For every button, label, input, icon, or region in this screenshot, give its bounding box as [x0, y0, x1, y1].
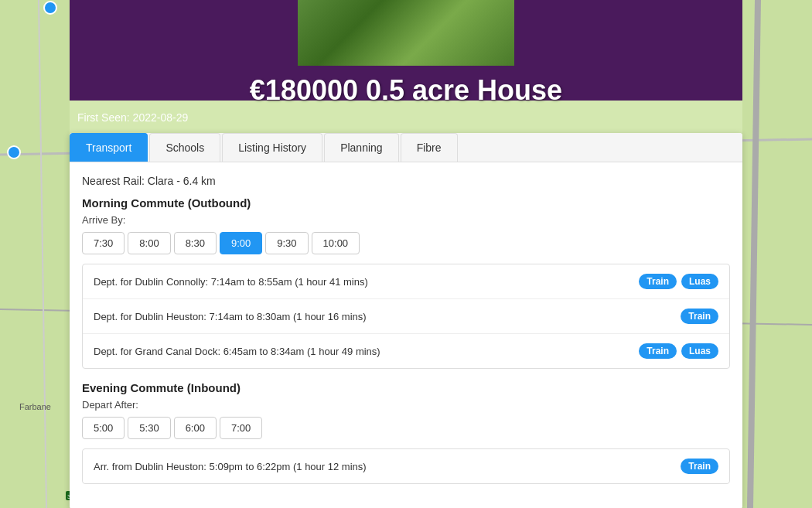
svg-point-8 — [8, 146, 20, 159]
overlay-panel: €180000 0.5 acre House First Seen: 2022-… — [70, 0, 742, 508]
evening-routes: Arr. from Dublin Heuston: 5:09pm to 6:22… — [82, 448, 730, 484]
time-btn-830[interactable]: 8:30 — [174, 232, 217, 254]
badge-luas: Luas — [681, 274, 718, 289]
tab-planning[interactable]: Planning — [324, 133, 399, 162]
route-text: Dept. for Dublin Connolly: 7:14am to 8:5… — [94, 276, 639, 288]
svg-text:Farbane: Farbane — [19, 402, 51, 411]
svg-rect-1 — [0, 0, 70, 508]
tab-listing-history[interactable]: Listing History — [222, 133, 322, 162]
evening-time-btn-530[interactable]: 5:30 — [128, 417, 170, 439]
time-btn-900[interactable]: 9:00 — [220, 232, 262, 254]
time-btn-730[interactable]: 7:30 — [82, 232, 125, 254]
transport-content: Nearest Rail: Clara - 6.4 km Morning Com… — [70, 162, 742, 508]
evening-commute-section: Evening Commute (Inbound) Depart After: … — [82, 381, 730, 484]
route-badges: Train Luas — [639, 343, 718, 359]
evening-time-btn-700[interactable]: 7:00 — [220, 417, 262, 439]
morning-time-buttons: 7:30 8:00 8:30 9:00 9:30 10:00 — [82, 232, 730, 254]
morning-commute-title: Morning Commute (Outbound) — [82, 196, 730, 210]
tab-transport[interactable]: Transport — [70, 133, 148, 162]
route-row: Dept. for Dublin Heuston: 7:14am to 8:30… — [83, 299, 729, 334]
time-btn-1000[interactable]: 10:00 — [312, 232, 360, 254]
route-badges: Train — [681, 459, 718, 474]
time-btn-800[interactable]: 8:00 — [128, 232, 170, 254]
badge-train: Train — [639, 274, 677, 289]
badge-train: Train — [639, 343, 677, 359]
badge-train: Train — [681, 309, 718, 324]
tab-panel: Transport Schools Listing History Planni… — [70, 133, 742, 508]
route-badges: Train Luas — [639, 274, 718, 289]
evening-time-buttons: 5:00 5:30 6:00 7:00 — [82, 417, 730, 439]
route-text: Dept. for Dublin Heuston: 7:14am to 8:30… — [94, 311, 681, 322]
badge-luas: Luas — [681, 343, 718, 359]
svg-point-7 — [44, 2, 56, 14]
route-text: Dept. for Grand Canal Dock: 6:45am to 8:… — [94, 346, 639, 357]
first-seen: First Seen: 2022-08-29 — [70, 110, 742, 133]
nearest-rail: Nearest Rail: Clara - 6.4 km — [82, 175, 730, 187]
route-text: Arr. from Dublin Heuston: 5:09pm to 6:22… — [94, 461, 681, 472]
arrive-by-label: Arrive By: — [82, 214, 730, 226]
time-btn-930[interactable]: 9:30 — [265, 232, 308, 254]
tabs-container: Transport Schools Listing History Planni… — [70, 133, 742, 162]
evening-time-btn-600[interactable]: 6:00 — [174, 417, 217, 439]
route-badges: Train — [681, 309, 718, 324]
evening-time-btn-500[interactable]: 5:00 — [82, 417, 125, 439]
property-title: €180000 0.5 acre House — [70, 68, 742, 110]
route-row: Dept. for Grand Canal Dock: 6:45am to 8:… — [83, 334, 729, 368]
depart-after-label: Depart After: — [82, 399, 730, 411]
badge-train: Train — [681, 459, 718, 474]
evening-commute-title: Evening Commute (Inbound) — [82, 381, 730, 394]
route-row: Dept. for Dublin Connolly: 7:14am to 8:5… — [83, 264, 729, 299]
tab-schools[interactable]: Schools — [149, 133, 220, 162]
tab-fibre[interactable]: Fibre — [401, 133, 458, 162]
route-row: Arr. from Dublin Heuston: 5:09pm to 6:22… — [83, 449, 729, 483]
morning-routes: Dept. for Dublin Connolly: 7:14am to 8:5… — [82, 264, 730, 369]
